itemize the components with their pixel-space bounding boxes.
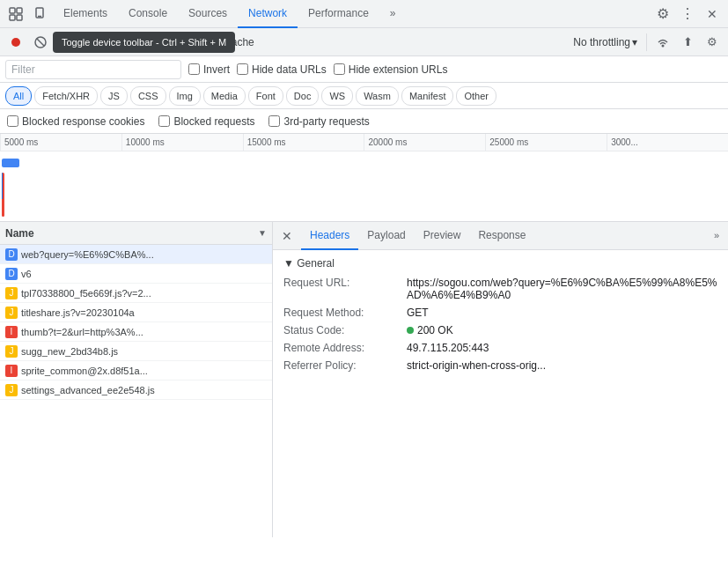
- list-item[interactable]: Dweb?query=%E6%9C%BA%...: [0, 245, 272, 264]
- file-icon-doc: D: [5, 248, 18, 261]
- settings-icon[interactable]: ⚙: [651, 2, 675, 26]
- list-item[interactable]: Jsettings_advanced_ee2e548.js: [0, 381, 272, 400]
- type-filter-css[interactable]: CSS: [130, 86, 166, 106]
- detail-tab-response[interactable]: Response: [469, 222, 534, 250]
- ruler-tick: 25000 ms: [485, 134, 607, 151]
- type-filter-all[interactable]: All: [5, 86, 32, 106]
- clear-log-button[interactable]: [30, 32, 51, 53]
- tab-network[interactable]: Network: [238, 0, 298, 28]
- invert-checkbox[interactable]: [188, 63, 200, 75]
- general-section-title: ▼ General: [283, 257, 717, 270]
- detail-tab-headers[interactable]: Headers: [301, 222, 358, 250]
- type-filter-manifest[interactable]: Manifest: [401, 86, 454, 106]
- type-filter-doc[interactable]: Doc: [286, 86, 320, 106]
- timeline-bar-blue: [2, 159, 19, 167]
- svg-rect-1: [17, 8, 22, 13]
- hide-extension-urls-checkbox[interactable]: [334, 63, 345, 75]
- ruler-tick: 20000 ms: [364, 134, 485, 151]
- svg-rect-3: [17, 15, 22, 20]
- detail-field-value: 49.7.115.205:443: [407, 342, 489, 354]
- close-devtools-icon[interactable]: ✕: [700, 2, 724, 26]
- record-button[interactable]: [5, 32, 26, 53]
- file-icon-js: J: [5, 384, 18, 396]
- device-toolbar-icon[interactable]: [28, 2, 53, 26]
- svg-point-6: [11, 38, 20, 47]
- blocked-cookies-checkbox[interactable]: [7, 115, 18, 127]
- detail-tab-payload[interactable]: Payload: [358, 222, 414, 250]
- invert-label[interactable]: Invert: [188, 63, 230, 76]
- svg-rect-2: [10, 15, 15, 20]
- type-filter-bar: AllFetch/XHRJSCSSImgMediaFontDocWSWasmMa…: [0, 83, 728, 109]
- tab-console[interactable]: Console: [118, 0, 178, 28]
- list-body: Dweb?query=%E6%9C%BA%...Dv6Jtpl70338800_…: [0, 245, 272, 537]
- tab-elements[interactable]: Elements: [53, 0, 118, 28]
- list-item[interactable]: Jsugg_new_2bd34b8.js: [0, 342, 272, 361]
- hide-extension-urls-label[interactable]: Hide extension URLs: [334, 63, 448, 76]
- list-item[interactable]: Jtitleshare.js?v=20230104a: [0, 303, 272, 322]
- more-options-icon[interactable]: ⋮: [675, 2, 700, 26]
- detail-row: Referrer Policy:strict-origin-when-cross…: [283, 359, 717, 372]
- tab-more[interactable]: »: [379, 0, 407, 28]
- detail-row: Request URL:https://sogou.com/web?query=…: [283, 277, 717, 301]
- type-filter-media[interactable]: Media: [203, 86, 246, 106]
- detail-tab-preview[interactable]: Preview: [415, 222, 470, 250]
- timeline: 5000 ms10000 ms15000 ms20000 ms25000 ms3…: [0, 134, 728, 222]
- file-name: v6: [21, 269, 267, 279]
- list-item[interactable]: Ithumb?t=2&url=http%3A%...: [0, 322, 272, 342]
- type-filter-font[interactable]: Font: [248, 86, 283, 106]
- tab-bar: Elements Console Sources Network Perform…: [0, 0, 728, 28]
- type-filter-img[interactable]: Img: [169, 86, 201, 106]
- file-name: sugg_new_2bd34b8.js: [21, 346, 267, 357]
- separator3: [646, 33, 647, 51]
- timeline-bar-marker: [2, 173, 3, 199]
- file-name: titleshare.js?v=20230104a: [21, 307, 267, 318]
- network-list-panel: Name ▼ Dweb?query=%E6%9C%BA%...Dv6Jtpl70…: [0, 222, 273, 537]
- main-split: Name ▼ Dweb?query=%E6%9C%BA%...Dv6Jtpl70…: [0, 222, 728, 537]
- wifi-icon[interactable]: [652, 32, 673, 53]
- detail-field-key: Request URL:: [283, 277, 407, 301]
- inspect-icon[interactable]: [4, 2, 28, 26]
- close-detail-button[interactable]: ✕: [276, 225, 298, 247]
- type-filter-wasm[interactable]: Wasm: [356, 86, 399, 106]
- detail-panel: ✕ Headers Payload Preview Response » ▼ G…: [273, 222, 728, 537]
- hide-data-urls-checkbox[interactable]: [237, 63, 248, 75]
- blocked-bar: Blocked response cookies Blocked request…: [0, 109, 728, 134]
- sort-icon: ▼: [258, 228, 267, 238]
- tab-performance[interactable]: Performance: [298, 0, 379, 28]
- type-filter-ws[interactable]: WS: [321, 86, 353, 106]
- blocked-requests-label[interactable]: Blocked requests: [158, 115, 254, 128]
- list-item[interactable]: Isprite_common@2x.d8f51a...: [0, 361, 272, 381]
- network-settings-icon[interactable]: ⚙: [702, 32, 723, 53]
- third-party-checkbox[interactable]: [268, 115, 280, 127]
- tab-sources[interactable]: Sources: [178, 0, 238, 28]
- tooltip: Toggle device toolbar - Ctrl + Shift + M: [53, 32, 235, 53]
- upload-icon[interactable]: ⬆: [677, 32, 698, 53]
- file-name: tpl70338800_f5e669f.js?v=2...: [21, 288, 267, 299]
- ruler-tick: 15000 ms: [243, 134, 364, 151]
- detail-fields: Request URL:https://sogou.com/web?query=…: [283, 277, 717, 372]
- timeline-ruler: 5000 ms10000 ms15000 ms20000 ms25000 ms3…: [0, 134, 728, 151]
- file-icon-js: J: [5, 287, 18, 299]
- type-filter-other[interactable]: Other: [456, 86, 496, 106]
- throttle-select[interactable]: No throttling ▾: [570, 34, 641, 50]
- filter-input[interactable]: [5, 60, 181, 79]
- hide-data-urls-label[interactable]: Hide data URLs: [237, 63, 327, 76]
- filter-toolbar: Invert Hide data URLs Hide extension URL…: [0, 56, 728, 83]
- status-dot: [407, 327, 414, 334]
- detail-tab-more[interactable]: »: [709, 222, 724, 250]
- type-filter-js[interactable]: JS: [100, 86, 128, 106]
- list-header: Name ▼: [0, 222, 272, 245]
- blocked-cookies-label[interactable]: Blocked response cookies: [7, 115, 144, 128]
- file-name: web?query=%E6%9C%BA%...: [21, 249, 267, 260]
- detail-row: Request Method:GET: [283, 307, 717, 319]
- file-name: thumb?t=2&url=http%3A%...: [21, 327, 267, 337]
- svg-point-10: [662, 44, 665, 47]
- third-party-label[interactable]: 3rd-party requests: [268, 115, 369, 128]
- blocked-requests-checkbox[interactable]: [158, 115, 170, 127]
- detail-field-value: 200 OK: [407, 324, 453, 336]
- list-item[interactable]: Dv6: [0, 264, 272, 284]
- detail-field-key: Request Method:: [283, 307, 407, 319]
- detail-field-value: strict-origin-when-cross-orig...: [407, 359, 546, 372]
- type-filter-fetch_xhr[interactable]: Fetch/XHR: [34, 86, 98, 106]
- list-item[interactable]: Jtpl70338800_f5e669f.js?v=2...: [0, 284, 272, 303]
